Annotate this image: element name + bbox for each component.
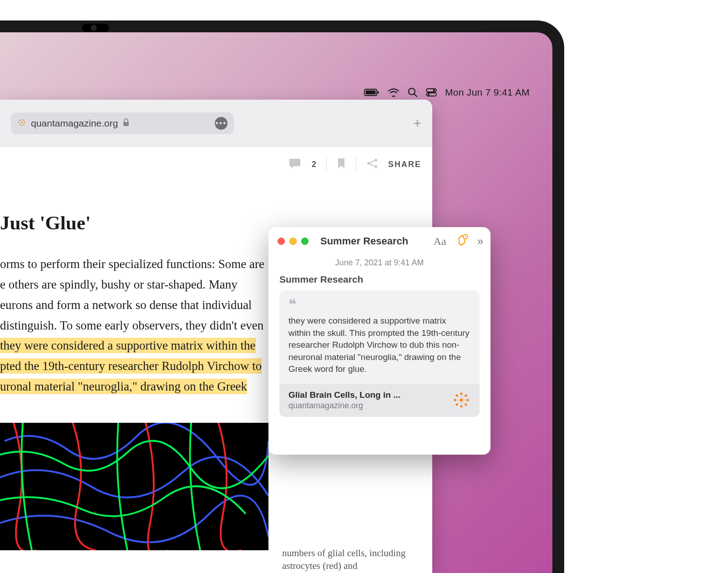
notes-window-title: Summer Research [320, 235, 408, 247]
article-image [0, 423, 268, 550]
article-actions-bar: 2 SHARE [0, 147, 432, 182]
site-favicon-icon [17, 118, 26, 129]
highlighted-text: uronal material "neuroglia," drawing on … [0, 379, 247, 394]
svg-rect-1 [365, 91, 375, 95]
note-timestamp: June 7, 2021 at 9:41 AM [279, 258, 480, 268]
battery-icon[interactable] [364, 88, 379, 96]
menubar-datetime[interactable]: Mon Jun 7 9:41 AM [445, 87, 530, 98]
bookmark-icon[interactable] [337, 157, 346, 172]
highlighted-text: they were considered a supportive matrix… [0, 338, 256, 353]
close-button[interactable] [278, 238, 285, 245]
quote-mark-icon: ❝ [288, 297, 470, 311]
wifi-icon[interactable] [388, 88, 399, 97]
spotlight-icon[interactable] [408, 87, 418, 97]
format-icon[interactable]: Aa [434, 235, 446, 248]
notes-window: Summer Research Aa + » June 7, 2021 at 9… [268, 227, 490, 455]
macos-menubar: Mon Jun 7 9:41 AM [0, 85, 552, 100]
notes-toolbar: Aa + » [434, 234, 481, 248]
svg-rect-2 [377, 91, 379, 94]
source-favicon-icon [452, 391, 470, 409]
svg-point-11 [21, 125, 22, 126]
comment-count: 2 [312, 160, 316, 169]
control-center-icon[interactable] [426, 88, 437, 96]
svg-line-41 [461, 396, 466, 400]
laptop-frame: Mon Jun 7 9:41 AM quantamagazine.org •••… [0, 0, 728, 573]
camera-icon [91, 25, 96, 30]
zoom-button[interactable] [301, 238, 308, 245]
svg-line-22 [369, 161, 374, 163]
share-label[interactable]: SHARE [388, 160, 421, 169]
svg-line-43 [461, 400, 466, 405]
svg-line-23 [369, 164, 374, 166]
svg-point-21 [374, 165, 377, 168]
svg-rect-24 [0, 423, 268, 550]
svg-line-42 [457, 400, 461, 405]
svg-point-10 [21, 119, 22, 120]
svg-point-14 [20, 120, 20, 121]
notes-body[interactable]: June 7, 2021 at 9:41 AM Summer Research … [268, 255, 490, 428]
minimize-button[interactable] [289, 238, 297, 245]
note-title: Summer Research [279, 274, 480, 285]
svg-point-8 [428, 93, 430, 96]
address-bar[interactable]: quantamagazine.org ••• [11, 112, 234, 134]
new-tab-button[interactable]: + [413, 116, 421, 131]
svg-point-13 [24, 122, 25, 123]
svg-point-9 [21, 122, 23, 123]
window-controls [278, 238, 308, 245]
quote-card[interactable]: ❝ they were considered a supportive matr… [279, 290, 480, 417]
svg-line-4 [414, 94, 417, 97]
lock-icon [122, 118, 130, 129]
laptop-screen-area: Mon Jun 7 9:41 AM quantamagazine.org •••… [0, 20, 564, 573]
svg-point-20 [374, 159, 377, 162]
safari-toolbar: quantamagazine.org ••• + [0, 100, 432, 147]
image-caption: numbers of glial cells, including astroc… [282, 547, 410, 573]
share-icon[interactable] [366, 158, 378, 171]
svg-point-12 [19, 122, 20, 123]
quote-source[interactable]: Glial Brain Cells, Long in ... quantamag… [279, 384, 480, 417]
notes-titlebar: Summer Research Aa + » [268, 227, 490, 255]
comment-icon[interactable] [288, 157, 302, 172]
quote-text: they were considered a supportive matrix… [288, 315, 470, 375]
more-icon[interactable]: » [477, 235, 481, 248]
page-settings-icon[interactable]: ••• [215, 117, 228, 130]
svg-point-17 [24, 124, 25, 125]
divider [356, 157, 356, 171]
add-link-icon[interactable]: + [455, 234, 468, 248]
highlighted-text: pted the 19th-century researcher Rudolph… [0, 358, 262, 374]
svg-rect-18 [123, 122, 129, 126]
source-domain: quantamagazine.org [288, 401, 400, 411]
divider [326, 157, 327, 171]
source-title: Glial Brain Cells, Long in ... [288, 390, 400, 400]
svg-point-6 [433, 89, 435, 91]
svg-text:+: + [464, 235, 466, 239]
url-text: quantamagazine.org [31, 118, 118, 129]
svg-point-15 [24, 120, 25, 121]
svg-line-40 [457, 396, 461, 400]
svg-point-16 [20, 124, 20, 125]
